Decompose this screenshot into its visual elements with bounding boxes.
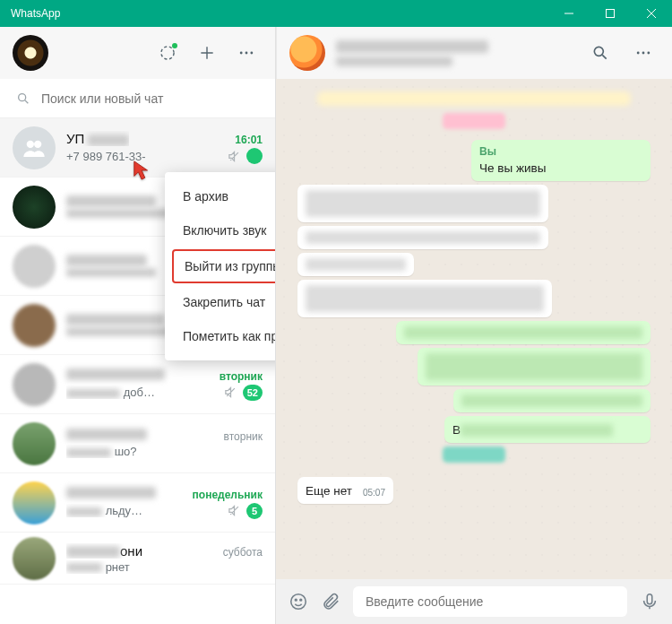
- conversation-search-button[interactable]: [584, 37, 616, 69]
- search-icon: [16, 91, 30, 106]
- muted-icon: [228, 504, 241, 517]
- emoji-icon[interactable]: [289, 592, 308, 611]
- sidebar: УП 16:01 +7 989 761-33-: [0, 27, 276, 624]
- chat-item[interactable]: вторник шо?: [0, 414, 275, 473]
- unread-badge: 5: [246, 503, 263, 519]
- message-in[interactable]: [297, 226, 548, 249]
- unread-badge: [246, 148, 263, 164]
- chat-time: 16:01: [235, 134, 263, 146]
- menu-item-pin[interactable]: Закрепить чат: [165, 285, 275, 319]
- message-text: Еще нет: [306, 484, 352, 498]
- conversation-header[interactable]: [276, 27, 672, 79]
- conversation-title: [336, 40, 573, 66]
- message-out[interactable]: В: [444, 416, 650, 443]
- svg-point-7: [34, 140, 41, 147]
- window-minimize-button[interactable]: [548, 0, 590, 27]
- message-out[interactable]: [396, 321, 650, 344]
- app-name: WhatsApp: [11, 7, 60, 20]
- svg-point-10: [642, 52, 645, 55]
- sidebar-header: [0, 27, 275, 79]
- menu-item-exit-group[interactable]: Выйти из группы: [172, 249, 275, 283]
- message-out[interactable]: [453, 389, 650, 412]
- chat-avatar: [13, 537, 56, 580]
- composer: [276, 579, 672, 624]
- chat-time: понедельник: [193, 489, 263, 501]
- svg-point-12: [291, 594, 306, 610]
- message-author: Вы: [479, 145, 642, 158]
- window-close-button[interactable]: [631, 0, 672, 27]
- mic-icon[interactable]: [640, 592, 659, 611]
- conversation-panel: Вы Че вы живы В Еще нет 05:07: [276, 27, 672, 624]
- search-input[interactable]: [41, 91, 264, 106]
- svg-rect-0: [607, 10, 615, 18]
- svg-point-5: [19, 93, 26, 100]
- messages-area[interactable]: Вы Че вы живы В Еще нет 05:07: [276, 79, 672, 579]
- menu-item-unmute[interactable]: Включить звук: [165, 213, 275, 247]
- menu-item-mark-read[interactable]: Пометить как прочитанный: [165, 319, 275, 353]
- svg-point-11: [647, 52, 650, 55]
- chat-avatar: [13, 186, 56, 229]
- window-maximize-button[interactable]: [590, 0, 631, 27]
- context-menu: В архив Включить звук Выйти из группы За…: [165, 172, 275, 360]
- more-menu-button[interactable]: [230, 37, 263, 69]
- attach-icon[interactable]: [321, 592, 340, 611]
- chat-list: УП 16:01 +7 989 761-33-: [0, 118, 275, 624]
- svg-point-2: [240, 52, 243, 55]
- svg-point-1: [161, 47, 174, 59]
- chat-item[interactable]: вторник доб… 52: [0, 355, 275, 414]
- window-titlebar: WhatsApp: [0, 0, 672, 27]
- muted-icon: [224, 386, 237, 399]
- chat-avatar: [13, 245, 56, 288]
- cursor-pointer-icon: [133, 160, 152, 185]
- message-time: 05:07: [363, 488, 385, 498]
- chat-time: суббота: [223, 546, 263, 559]
- date-pill: [443, 113, 505, 129]
- svg-rect-15: [647, 594, 652, 604]
- muted-icon: [228, 150, 241, 163]
- svg-point-13: [295, 599, 297, 601]
- chat-time: вторник: [220, 370, 263, 383]
- chat-name: УП: [66, 131, 84, 146]
- my-avatar[interactable]: [13, 35, 48, 71]
- message-text: Че вы живы: [479, 161, 546, 175]
- unread-badge: 52: [243, 385, 263, 401]
- search-row[interactable]: [0, 79, 275, 118]
- message-out[interactable]: [418, 348, 650, 386]
- chat-avatar: [13, 481, 56, 524]
- menu-item-archive[interactable]: В архив: [165, 179, 275, 213]
- chat-time: вторник: [224, 430, 263, 443]
- message-in[interactable]: Еще нет 05:07: [297, 477, 393, 504]
- date-pill: [443, 446, 505, 463]
- svg-point-14: [300, 599, 302, 601]
- new-chat-button[interactable]: [191, 37, 223, 69]
- svg-point-3: [246, 52, 248, 55]
- svg-point-9: [637, 52, 640, 55]
- conversation-avatar[interactable]: [289, 35, 325, 71]
- chat-avatar: [13, 304, 56, 347]
- svg-point-4: [250, 52, 253, 55]
- status-dot-icon: [172, 43, 177, 48]
- svg-point-8: [594, 47, 603, 56]
- chat-avatar: [13, 126, 56, 169]
- message-out[interactable]: Вы Че вы живы: [471, 140, 650, 181]
- conversation-more-button[interactable]: [627, 37, 659, 69]
- chat-avatar: [13, 363, 56, 406]
- chat-avatar: [13, 422, 56, 465]
- message-in[interactable]: [297, 253, 414, 276]
- status-icon[interactable]: [151, 37, 184, 69]
- message-in[interactable]: [297, 185, 548, 222]
- message-input[interactable]: [353, 586, 627, 617]
- svg-point-6: [27, 140, 34, 147]
- chat-item[interactable]: понедельник льду… 5: [0, 473, 275, 533]
- message-in[interactable]: [297, 280, 552, 317]
- chat-item[interactable]: онисуббота рнет: [0, 533, 275, 585]
